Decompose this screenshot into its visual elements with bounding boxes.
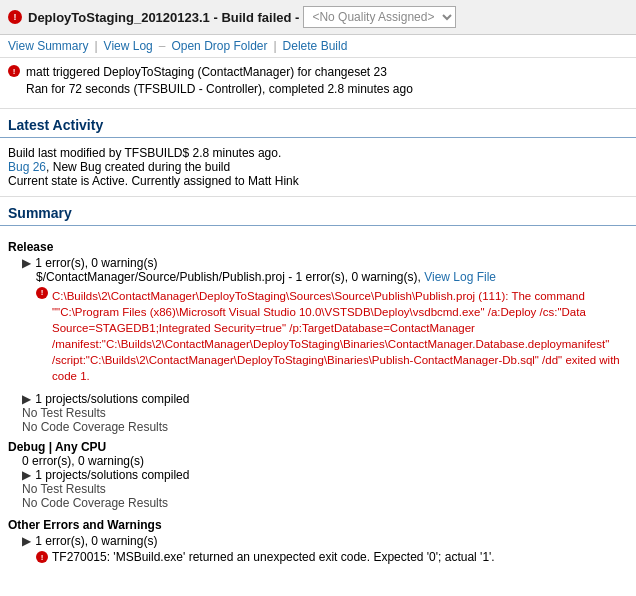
debug-no-coverage: No Code Coverage Results <box>22 496 628 510</box>
other-errors-title: Other Errors and Warnings <box>8 518 628 532</box>
summary-title: Summary <box>0 197 636 226</box>
toolbar: View Summary | View Log – Open Drop Fold… <box>0 35 636 58</box>
view-summary-link[interactable]: View Summary <box>8 39 88 53</box>
summary-body: Release ▶ 1 error(s), 0 warning(s) $/Con… <box>0 230 636 569</box>
debug-projects-text: 1 projects/solutions compiled <box>35 468 189 482</box>
latest-activity-section: Latest Activity Build last modified by T… <box>0 109 636 197</box>
release-no-coverage: No Code Coverage Results <box>22 420 628 434</box>
activity-section: ! matt triggered DeployToStaging (Contac… <box>0 58 636 109</box>
view-log-file-link[interactable]: View Log File <box>424 270 496 284</box>
activity-warning-icon: ! <box>8 65 20 77</box>
header-title: DeployToStaging_20120123.1 - Build faile… <box>28 6 456 28</box>
latest-activity-bug-line: Bug 26, New Bug created during the build <box>8 160 628 174</box>
latest-activity-line2-suffix: , New Bug created during the build <box>46 160 230 174</box>
activity-line2: Ran for 72 seconds (TFSBUILD - Controlle… <box>26 81 413 98</box>
debug-projects-row: ▶ 1 projects/solutions compiled <box>22 468 628 482</box>
toolbar-sep2: | <box>273 39 276 53</box>
latest-activity-line1: Build last modified by TFSBUILD$ 2.8 min… <box>8 146 628 160</box>
latest-activity-title: Latest Activity <box>0 109 636 138</box>
release-projects-expand[interactable]: ▶ <box>22 392 32 406</box>
release-projects-row: ▶ 1 projects/solutions compiled <box>22 392 628 406</box>
header-title-text: DeployToStaging_20120123.1 - Build faile… <box>28 10 299 25</box>
release-title: Release <box>8 240 628 254</box>
open-drop-folder-link[interactable]: Open Drop Folder <box>171 39 267 53</box>
other-errors-row: ▶ 1 error(s), 0 warning(s) <box>22 534 628 548</box>
header-error-icon: ! <box>8 10 22 24</box>
toolbar-sep1: | <box>94 39 97 53</box>
debug-title: Debug | Any CPU <box>8 440 628 454</box>
release-errors-text: 1 error(s), 0 warning(s) <box>35 256 157 270</box>
release-expand-arrow[interactable]: ▶ <box>22 256 32 270</box>
other-tf-error-text: TF270015: 'MSBuild.exe' returned an unex… <box>52 550 495 564</box>
latest-activity-line3: Current state is Active. Currently assig… <box>8 174 628 188</box>
toolbar-dash1: – <box>159 39 166 53</box>
delete-build-link[interactable]: Delete Build <box>283 39 348 53</box>
other-expand-arrow[interactable]: ▶ <box>22 534 32 548</box>
view-log-link[interactable]: View Log <box>104 39 153 53</box>
release-error-block: ! C:\Builds\2\ContactManager\DeployToSta… <box>36 286 628 389</box>
debug-projects-expand[interactable]: ▶ <box>22 468 32 482</box>
release-no-test: No Test Results <box>22 406 628 420</box>
activity-line1: matt triggered DeployToStaging (ContactM… <box>26 64 413 81</box>
other-error-icon: ! <box>36 551 48 563</box>
quality-dropdown[interactable]: <No Quality Assigned> <box>303 6 456 28</box>
latest-activity-body: Build last modified by TFSBUILD$ 2.8 min… <box>0 142 636 197</box>
other-error-block: ! TF270015: 'MSBuild.exe' returned an un… <box>36 550 628 564</box>
debug-no-test: No Test Results <box>22 482 628 496</box>
summary-section: Summary Release ▶ 1 error(s), 0 warning(… <box>0 197 636 569</box>
release-projects-text: 1 projects/solutions compiled <box>35 392 189 406</box>
other-errors-text: 1 error(s), 0 warning(s) <box>35 534 157 548</box>
release-errors-row: ▶ 1 error(s), 0 warning(s) <box>22 256 628 270</box>
debug-errors-row: 0 error(s), 0 warning(s) <box>22 454 628 468</box>
release-error-icon: ! <box>36 287 48 299</box>
header-bar: ! DeployToStaging_20120123.1 - Build fai… <box>0 0 636 35</box>
debug-errors-text: 0 error(s), 0 warning(s) <box>22 454 144 468</box>
activity-row: ! matt triggered DeployToStaging (Contac… <box>8 64 628 98</box>
activity-text: matt triggered DeployToStaging (ContactM… <box>26 64 413 98</box>
publish-proj-row: $/ContactManager/Source/Publish/Publish.… <box>36 270 628 284</box>
publish-proj-text: $/ContactManager/Source/Publish/Publish.… <box>36 270 421 284</box>
release-error-text: C:\Builds\2\ContactManager\DeployToStagi… <box>52 288 628 385</box>
bug-link[interactable]: Bug 26 <box>8 160 46 174</box>
